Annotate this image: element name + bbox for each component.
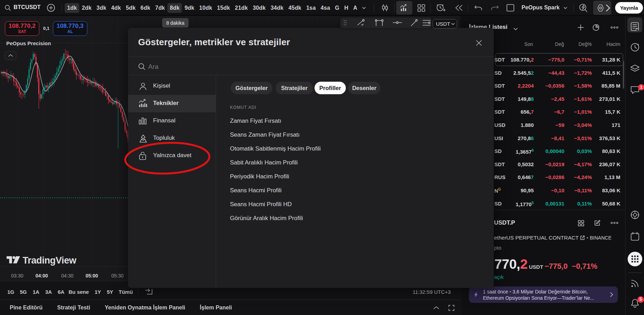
svg-text:TradingView: TradingView (23, 256, 77, 266)
